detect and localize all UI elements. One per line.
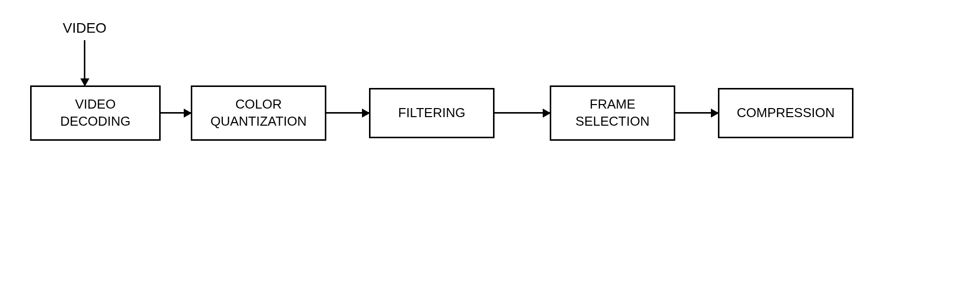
arrow-right-icon <box>326 112 369 114</box>
down-arrow <box>84 40 85 85</box>
arrow-right-icon <box>495 112 550 114</box>
arrow-right-icon <box>161 112 191 114</box>
input-section: VIDEO <box>63 20 106 85</box>
block-diagram: VIDEO VIDEO DECODING COLOR QUANTIZATION … <box>30 20 950 141</box>
block-frame-selection: FRAME SELECTION <box>550 85 675 141</box>
block-filtering: FILTERING <box>369 88 495 138</box>
arrow-right-icon <box>675 112 718 114</box>
flow-row: VIDEO DECODING COLOR QUANTIZATION FILTER… <box>30 85 853 141</box>
block-compression: COMPRESSION <box>718 88 853 138</box>
input-label: VIDEO <box>63 20 106 36</box>
block-color-quantization: COLOR QUANTIZATION <box>191 85 326 141</box>
block-video-decoding: VIDEO DECODING <box>30 85 161 141</box>
